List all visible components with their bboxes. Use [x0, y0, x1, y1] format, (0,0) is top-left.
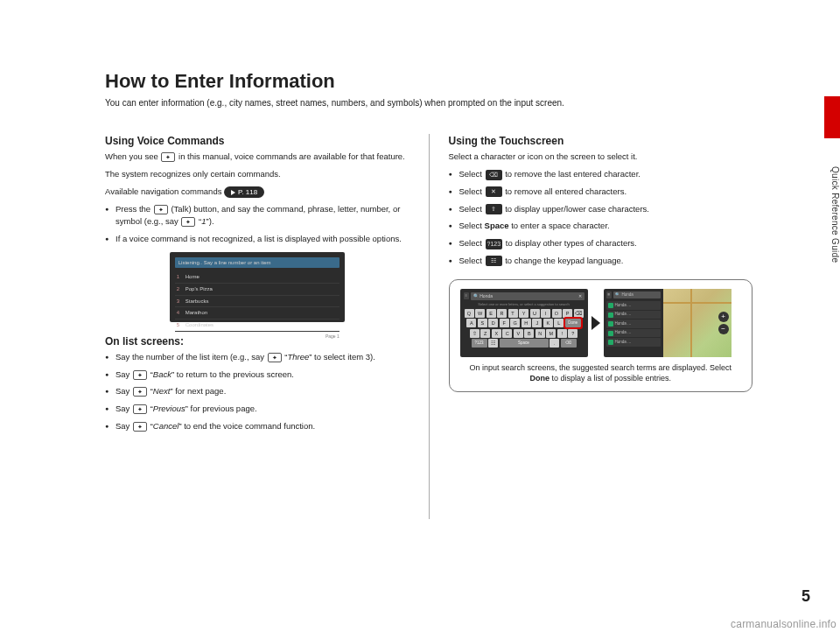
keyboard-screenshot: ≡ 🔍 Honda✕ Select one or more letters, o…: [460, 289, 588, 357]
left-column: Using Voice Commands When you see ✦ in t…: [105, 134, 410, 519]
side-tab: [824, 96, 840, 138]
talk-icon: ✦: [181, 217, 195, 227]
talk-icon: ✦: [133, 422, 147, 432]
column-divider: [429, 134, 430, 519]
list-bullet-1: Say the number of the list item (e.g., s…: [105, 351, 410, 363]
page-number: 5: [802, 587, 810, 606]
talk-icon: ✦: [133, 370, 147, 380]
listening-bar: Listening.. Say a line number or an item: [175, 257, 340, 269]
page-ref-pill: P. 118: [224, 186, 264, 199]
page-title: How to Enter Information: [105, 70, 752, 93]
side-label: Quick Reference Guide: [824, 144, 840, 284]
voice-list-screenshot: Listening.. Say a line number or an item…: [170, 252, 345, 322]
callout-caption: On input search screens, the suggested s…: [460, 362, 742, 384]
voice-bullet-1: Press the ✦ (Talk) button, and say the c…: [105, 203, 410, 228]
touch-bullet-6: Select ☷ to change the keypad language.: [449, 255, 753, 267]
talk-icon: ✦: [268, 353, 282, 362]
voice-p1: When you see ✦ in this manual, voice com…: [105, 151, 410, 163]
talk-icon: ✦: [161, 152, 175, 162]
touch-bullet-2: Select ✕ to remove all entered character…: [449, 186, 753, 198]
voice-p3: Available navigation commands P. 118: [105, 186, 410, 198]
list-bullet-5: Say ✦ “Cancel” to end the voice command …: [105, 420, 410, 432]
intro-text: You can enter information (e.g., city na…: [105, 98, 752, 108]
touch-bullet-5: Select ?123 to display other types of ch…: [449, 237, 753, 249]
talk-icon: ✦: [133, 404, 147, 414]
talk-icon: ✦: [133, 387, 147, 397]
done-key: Done: [565, 319, 581, 327]
watermark: carmanualsonline.info: [731, 618, 836, 630]
arrow-icon: [592, 316, 600, 330]
map-results-screenshot: ≡🔍 Honda Honda … Honda … Honda … Honda ……: [604, 289, 732, 357]
voice-p2: The system recognizes only certain comma…: [105, 168, 410, 180]
list-bullet-3: Say ✦ “Next” for next page.: [105, 385, 410, 397]
voice-heading: Using Voice Commands: [105, 134, 410, 149]
numsym-icon: ?123: [486, 239, 503, 249]
touch-bullet-3: Select ⇧ to display upper/lower case cha…: [449, 203, 753, 215]
touch-bullet-1: Select ⌫ to remove the last entered char…: [449, 168, 753, 180]
clear-icon: ✕: [486, 186, 502, 197]
keyboard-callout: ≡ 🔍 Honda✕ Select one or more letters, o…: [449, 279, 753, 392]
touch-p1: Select a character or icon on the screen…: [449, 151, 753, 163]
backspace-icon: ⌫: [486, 170, 502, 180]
voice-bullet-2: If a voice command is not recognized, a …: [105, 233, 410, 245]
language-icon: ☷: [486, 256, 502, 266]
touch-bullet-4: Select Space to enter a space character.: [449, 220, 753, 232]
list-screens-heading: On list screens:: [105, 334, 410, 349]
list-bullet-2: Say ✦ “Back” to return to the previous s…: [105, 369, 410, 381]
shift-icon: ⇧: [486, 204, 502, 214]
touch-heading: Using the Touchscreen: [449, 134, 753, 149]
page-content: How to Enter Information You can enter i…: [105, 70, 752, 578]
list-bullet-4: Say ✦ “Previous” for previous page.: [105, 403, 410, 415]
talk-icon: ✦: [154, 205, 168, 214]
right-column: Using the Touchscreen Select a character…: [449, 134, 753, 519]
